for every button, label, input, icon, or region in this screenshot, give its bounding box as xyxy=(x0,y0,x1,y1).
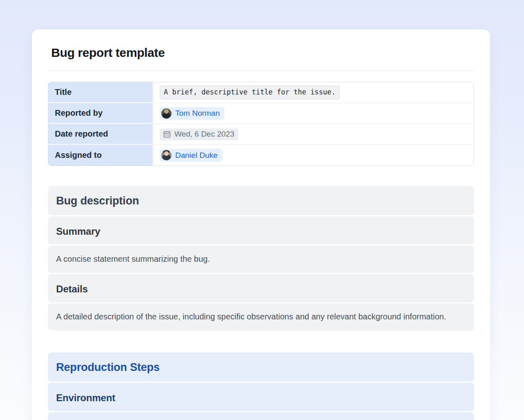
date-text: Wed, 6 Dec 2023 xyxy=(174,130,234,139)
section-heading: Bug description xyxy=(56,195,466,207)
avatar xyxy=(161,108,172,119)
date-token[interactable]: Wed, 6 Dec 2023 xyxy=(160,128,238,140)
section-heading-block: Reproduction Steps xyxy=(48,353,474,382)
summary-paragraph: A concise statement summarizing the bug. xyxy=(56,252,466,266)
details-paragraph: A detailed description of the issue, inc… xyxy=(56,310,466,323)
subheading-environment: Environment xyxy=(56,392,466,404)
table-row-date-reported: Date reported Wed, 6 Dec 2023 xyxy=(48,124,474,145)
row-value-assigned-to: Daniel Duke xyxy=(154,145,474,166)
row-value-date-reported: Wed, 6 Dec 2023 xyxy=(154,124,474,145)
subheading-summary: Summary xyxy=(56,226,466,237)
table-row-title: Title A brief, descriptive title for the… xyxy=(48,82,474,103)
title-divider xyxy=(48,70,474,71)
section-reproduction-steps: Reproduction Steps Environment (e.g. sof… xyxy=(48,353,474,420)
calendar-icon xyxy=(163,130,171,138)
row-value-title: A brief, descriptive title for the issue… xyxy=(154,82,474,103)
row-label-date-reported: Date reported xyxy=(48,124,153,145)
subheading-details: Details xyxy=(56,283,466,295)
page-title: Bug report template xyxy=(51,46,474,60)
section-bug-description: Bug description Summary A concise statem… xyxy=(48,186,474,330)
document-card: Bug report template Title A brief, descr… xyxy=(32,29,490,420)
user-mention-daniel-duke[interactable]: Daniel Duke xyxy=(160,149,222,162)
row-label-reported-by: Reported by xyxy=(48,103,153,124)
table-row-reported-by: Reported by Tom Norman xyxy=(48,103,474,124)
table-row-assigned-to: Assigned to Daniel Duke xyxy=(48,145,474,166)
section-heading: Reproduction Steps xyxy=(56,361,466,374)
user-mention-tom-norman[interactable]: Tom Norman xyxy=(160,107,224,120)
paragraph-block: (e.g. software version, operating system… xyxy=(48,412,474,420)
avatar xyxy=(161,150,172,160)
row-value-reported-by: Tom Norman xyxy=(154,103,474,124)
subheading-block: Environment xyxy=(48,383,474,411)
title-code-text: A brief, descriptive title for the issue… xyxy=(160,85,340,99)
paragraph-block: A detailed description of the issue, inc… xyxy=(48,303,474,330)
subheading-block: Summary xyxy=(48,216,474,245)
paragraph-block: A concise statement summarizing the bug. xyxy=(48,246,474,273)
row-label-assigned-to: Assigned to xyxy=(48,145,153,166)
user-mention-label: Tom Norman xyxy=(175,109,220,118)
subheading-block: Details xyxy=(48,274,474,302)
user-mention-label: Daniel Duke xyxy=(175,151,218,160)
row-label-title: Title xyxy=(48,82,153,103)
environment-paragraph: (e.g. software version, operating system… xyxy=(56,418,466,420)
properties-table: Title A brief, descriptive title for the… xyxy=(48,82,474,166)
section-heading-block: Bug description xyxy=(48,186,474,215)
